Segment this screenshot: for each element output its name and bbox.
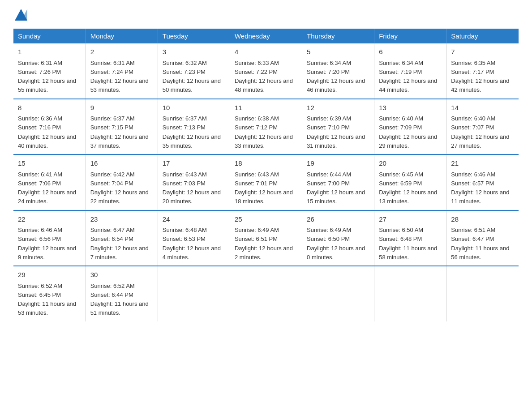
calendar-cell: 30Sunrise: 6:52 AMSunset: 6:44 PMDayligh… bbox=[86, 266, 158, 321]
day-info: Sunrise: 6:37 AMSunset: 7:15 PMDaylight:… bbox=[90, 115, 149, 149]
calendar-week-row: 1Sunrise: 6:31 AMSunset: 7:26 PMDaylight… bbox=[13, 43, 519, 99]
calendar-cell: 1Sunrise: 6:31 AMSunset: 7:26 PMDaylight… bbox=[13, 43, 86, 99]
calendar-cell bbox=[374, 266, 446, 321]
day-info: Sunrise: 6:51 AMSunset: 6:47 PMDaylight:… bbox=[451, 227, 509, 261]
calendar-cell: 9Sunrise: 6:37 AMSunset: 7:15 PMDaylight… bbox=[86, 99, 158, 155]
day-info: Sunrise: 6:46 AMSunset: 6:56 PMDaylight:… bbox=[18, 227, 76, 261]
day-number: 18 bbox=[235, 158, 297, 169]
day-number: 3 bbox=[163, 47, 225, 57]
day-number: 13 bbox=[379, 103, 442, 113]
day-info: Sunrise: 6:40 AMSunset: 7:07 PMDaylight:… bbox=[451, 115, 509, 149]
day-number: 15 bbox=[18, 158, 81, 169]
day-info: Sunrise: 6:41 AMSunset: 7:06 PMDaylight:… bbox=[18, 171, 76, 205]
calendar-cell bbox=[230, 266, 302, 321]
calendar-cell: 16Sunrise: 6:42 AMSunset: 7:04 PMDayligh… bbox=[86, 154, 158, 210]
day-number: 9 bbox=[90, 103, 153, 113]
day-info: Sunrise: 6:50 AMSunset: 6:48 PMDaylight:… bbox=[379, 227, 437, 261]
logo bbox=[13, 9, 27, 21]
day-number: 19 bbox=[307, 158, 369, 169]
day-number: 8 bbox=[18, 103, 81, 113]
day-header-thursday: Thursday bbox=[302, 29, 374, 43]
calendar-cell: 8Sunrise: 6:36 AMSunset: 7:16 PMDaylight… bbox=[13, 99, 86, 155]
day-info: Sunrise: 6:36 AMSunset: 7:16 PMDaylight:… bbox=[18, 115, 76, 149]
day-info: Sunrise: 6:43 AMSunset: 7:03 PMDaylight:… bbox=[163, 171, 221, 205]
day-number: 20 bbox=[379, 158, 442, 169]
day-info: Sunrise: 6:48 AMSunset: 6:53 PMDaylight:… bbox=[163, 227, 221, 261]
calendar-cell: 21Sunrise: 6:46 AMSunset: 6:57 PMDayligh… bbox=[446, 154, 519, 210]
day-info: Sunrise: 6:37 AMSunset: 7:13 PMDaylight:… bbox=[163, 115, 221, 149]
day-info: Sunrise: 6:34 AMSunset: 7:19 PMDaylight:… bbox=[379, 60, 437, 94]
calendar-cell: 13Sunrise: 6:40 AMSunset: 7:09 PMDayligh… bbox=[374, 99, 446, 155]
calendar-cell: 28Sunrise: 6:51 AMSunset: 6:47 PMDayligh… bbox=[446, 210, 519, 266]
day-header-tuesday: Tuesday bbox=[158, 29, 230, 43]
day-number: 24 bbox=[163, 214, 225, 225]
calendar-cell: 4Sunrise: 6:33 AMSunset: 7:22 PMDaylight… bbox=[230, 43, 302, 99]
calendar-cell: 5Sunrise: 6:34 AMSunset: 7:20 PMDaylight… bbox=[302, 43, 374, 99]
day-number: 25 bbox=[235, 214, 297, 225]
day-info: Sunrise: 6:39 AMSunset: 7:10 PMDaylight:… bbox=[307, 115, 365, 149]
calendar-week-row: 22Sunrise: 6:46 AMSunset: 6:56 PMDayligh… bbox=[13, 210, 519, 266]
day-info: Sunrise: 6:33 AMSunset: 7:22 PMDaylight:… bbox=[235, 60, 293, 94]
calendar-cell: 17Sunrise: 6:43 AMSunset: 7:03 PMDayligh… bbox=[158, 154, 230, 210]
calendar-cell: 25Sunrise: 6:49 AMSunset: 6:51 PMDayligh… bbox=[230, 210, 302, 266]
page-header bbox=[13, 9, 519, 21]
day-info: Sunrise: 6:31 AMSunset: 7:26 PMDaylight:… bbox=[18, 60, 76, 94]
calendar-cell: 24Sunrise: 6:48 AMSunset: 6:53 PMDayligh… bbox=[158, 210, 230, 266]
calendar-cell bbox=[158, 266, 230, 321]
day-number: 16 bbox=[90, 158, 153, 169]
day-number: 23 bbox=[90, 214, 153, 225]
day-number: 28 bbox=[451, 214, 514, 225]
calendar-cell: 20Sunrise: 6:45 AMSunset: 6:59 PMDayligh… bbox=[374, 154, 446, 210]
day-info: Sunrise: 6:47 AMSunset: 6:54 PMDaylight:… bbox=[90, 227, 149, 261]
day-number: 2 bbox=[90, 47, 153, 57]
day-info: Sunrise: 6:49 AMSunset: 6:50 PMDaylight:… bbox=[307, 227, 365, 261]
day-number: 14 bbox=[451, 103, 514, 113]
day-info: Sunrise: 6:44 AMSunset: 7:00 PMDaylight:… bbox=[307, 171, 365, 205]
day-number: 7 bbox=[451, 47, 514, 57]
day-header-sunday: Sunday bbox=[13, 29, 86, 43]
day-header-wednesday: Wednesday bbox=[230, 29, 302, 43]
day-info: Sunrise: 6:52 AMSunset: 6:44 PMDaylight:… bbox=[90, 283, 149, 317]
day-number: 11 bbox=[235, 103, 297, 113]
calendar-cell: 18Sunrise: 6:43 AMSunset: 7:01 PMDayligh… bbox=[230, 154, 302, 210]
calendar-cell: 3Sunrise: 6:32 AMSunset: 7:23 PMDaylight… bbox=[158, 43, 230, 99]
calendar-week-row: 29Sunrise: 6:52 AMSunset: 6:45 PMDayligh… bbox=[13, 266, 519, 321]
calendar-cell: 23Sunrise: 6:47 AMSunset: 6:54 PMDayligh… bbox=[86, 210, 158, 266]
day-info: Sunrise: 6:42 AMSunset: 7:04 PMDaylight:… bbox=[90, 171, 149, 205]
day-number: 30 bbox=[90, 270, 153, 280]
day-header-monday: Monday bbox=[86, 29, 158, 43]
day-number: 4 bbox=[235, 47, 297, 57]
day-number: 5 bbox=[307, 47, 369, 57]
calendar-cell: 14Sunrise: 6:40 AMSunset: 7:07 PMDayligh… bbox=[446, 99, 519, 155]
logo-triangle-icon bbox=[15, 9, 27, 21]
day-info: Sunrise: 6:32 AMSunset: 7:23 PMDaylight:… bbox=[163, 60, 221, 94]
day-header-friday: Friday bbox=[374, 29, 446, 43]
calendar-cell: 10Sunrise: 6:37 AMSunset: 7:13 PMDayligh… bbox=[158, 99, 230, 155]
day-info: Sunrise: 6:35 AMSunset: 7:17 PMDaylight:… bbox=[451, 60, 509, 94]
calendar-header-row: SundayMondayTuesdayWednesdayThursdayFrid… bbox=[13, 29, 519, 43]
calendar-cell: 15Sunrise: 6:41 AMSunset: 7:06 PMDayligh… bbox=[13, 154, 86, 210]
calendar-cell: 2Sunrise: 6:31 AMSunset: 7:24 PMDaylight… bbox=[86, 43, 158, 99]
day-info: Sunrise: 6:43 AMSunset: 7:01 PMDaylight:… bbox=[235, 171, 293, 205]
day-info: Sunrise: 6:40 AMSunset: 7:09 PMDaylight:… bbox=[379, 115, 437, 149]
calendar-cell: 12Sunrise: 6:39 AMSunset: 7:10 PMDayligh… bbox=[302, 99, 374, 155]
day-info: Sunrise: 6:46 AMSunset: 6:57 PMDaylight:… bbox=[451, 171, 509, 205]
day-info: Sunrise: 6:31 AMSunset: 7:24 PMDaylight:… bbox=[90, 60, 149, 94]
day-number: 12 bbox=[307, 103, 369, 113]
calendar-cell bbox=[302, 266, 374, 321]
day-number: 27 bbox=[379, 214, 442, 225]
day-number: 17 bbox=[163, 158, 225, 169]
day-number: 21 bbox=[451, 158, 514, 169]
calendar-cell: 11Sunrise: 6:38 AMSunset: 7:12 PMDayligh… bbox=[230, 99, 302, 155]
calendar-cell: 29Sunrise: 6:52 AMSunset: 6:45 PMDayligh… bbox=[13, 266, 86, 321]
calendar-week-row: 15Sunrise: 6:41 AMSunset: 7:06 PMDayligh… bbox=[13, 154, 519, 210]
day-number: 29 bbox=[18, 270, 81, 280]
calendar-cell: 19Sunrise: 6:44 AMSunset: 7:00 PMDayligh… bbox=[302, 154, 374, 210]
day-header-saturday: Saturday bbox=[446, 29, 519, 43]
day-info: Sunrise: 6:49 AMSunset: 6:51 PMDaylight:… bbox=[235, 227, 293, 261]
calendar-cell: 22Sunrise: 6:46 AMSunset: 6:56 PMDayligh… bbox=[13, 210, 86, 266]
calendar-cell: 7Sunrise: 6:35 AMSunset: 7:17 PMDaylight… bbox=[446, 43, 519, 99]
day-number: 1 bbox=[18, 47, 81, 57]
calendar-cell: 6Sunrise: 6:34 AMSunset: 7:19 PMDaylight… bbox=[374, 43, 446, 99]
day-info: Sunrise: 6:52 AMSunset: 6:45 PMDaylight:… bbox=[18, 283, 76, 317]
